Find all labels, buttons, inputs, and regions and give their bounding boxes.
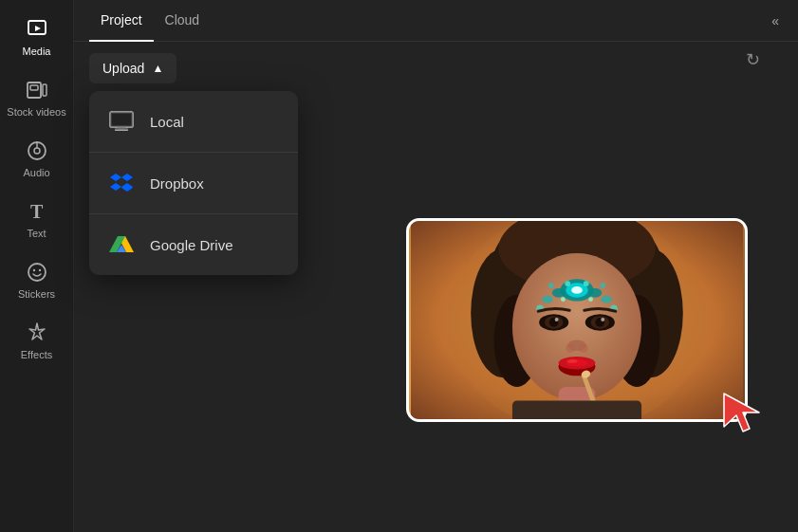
sidebar-item-audio-label: Audio <box>23 167 49 178</box>
svg-rect-16 <box>112 114 131 125</box>
upload-area: Upload ▲ Local <box>74 42 798 95</box>
svg-marker-22 <box>110 183 121 191</box>
sidebar: Media Stock videos Audio T Text <box>0 0 74 532</box>
sidebar-item-effects-label: Effects <box>21 349 52 360</box>
preview-container <box>406 218 757 427</box>
svg-point-44 <box>552 288 566 298</box>
svg-point-54 <box>548 283 554 288</box>
svg-text:T: T <box>30 201 44 222</box>
preview-image <box>406 218 748 422</box>
collapse-panel-button[interactable]: « <box>768 9 783 32</box>
text-icon: T <box>25 199 49 224</box>
sidebar-item-media-label: Media <box>23 46 51 57</box>
google-drive-icon <box>108 231 135 258</box>
svg-marker-74 <box>724 394 759 431</box>
svg-point-66 <box>579 343 588 353</box>
svg-point-50 <box>561 297 566 302</box>
sidebar-item-stickers-label: Stickers <box>18 288 55 300</box>
svg-point-49 <box>584 281 589 286</box>
tab-project[interactable]: Project <box>89 0 154 42</box>
sidebar-item-stock-videos-label: Stock videos <box>7 106 65 118</box>
upload-dropbox-item[interactable]: Dropbox <box>89 153 298 214</box>
sidebar-item-audio[interactable]: Audio <box>3 129 71 188</box>
svg-point-6 <box>34 148 40 154</box>
upload-arrow-icon: ▲ <box>152 62 163 75</box>
svg-rect-73 <box>512 401 641 419</box>
svg-point-59 <box>555 318 559 321</box>
svg-point-70 <box>566 359 578 363</box>
upload-google-drive-label: Google Drive <box>150 237 233 253</box>
svg-point-45 <box>589 288 603 298</box>
dropbox-icon <box>108 170 135 196</box>
svg-point-63 <box>601 318 604 321</box>
refresh-button[interactable]: ↻ <box>746 49 760 70</box>
audio-icon <box>25 138 49 163</box>
sidebar-item-stickers[interactable]: Stickers <box>3 250 71 309</box>
sidebar-item-stock-videos[interactable]: Stock videos <box>3 68 71 127</box>
svg-marker-21 <box>121 174 133 181</box>
svg-point-39 <box>512 253 641 401</box>
svg-point-43 <box>571 286 583 294</box>
stock-videos-icon <box>25 78 49 102</box>
tab-cloud[interactable]: Cloud <box>154 0 212 42</box>
main-panel: Project Cloud « Upload ▲ <box>74 0 798 532</box>
svg-marker-1 <box>35 26 41 31</box>
upload-label: Upload <box>102 61 144 76</box>
svg-marker-24 <box>121 184 133 192</box>
effects-icon <box>25 321 49 345</box>
svg-rect-4 <box>43 84 46 96</box>
svg-marker-20 <box>110 174 121 181</box>
svg-point-9 <box>28 264 46 281</box>
svg-point-10 <box>32 269 34 271</box>
upload-button[interactable]: Upload ▲ <box>89 53 176 83</box>
upload-google-drive-item[interactable]: Google Drive <box>89 214 298 275</box>
svg-point-65 <box>566 343 575 353</box>
upload-dropbox-label: Dropbox <box>150 175 204 192</box>
svg-rect-3 <box>30 85 38 90</box>
upload-local-label: Local <box>150 114 184 130</box>
cursor-arrow-icon <box>719 389 767 436</box>
svg-point-47 <box>601 296 612 303</box>
stickers-icon <box>25 260 49 284</box>
media-icon <box>25 17 49 42</box>
sidebar-item-effects[interactable]: Effects <box>3 311 71 370</box>
sidebar-item-text[interactable]: T Text <box>3 190 71 248</box>
svg-point-48 <box>565 281 570 286</box>
svg-point-51 <box>588 297 593 302</box>
svg-point-55 <box>600 283 605 288</box>
svg-point-46 <box>542 296 553 303</box>
tabs-bar: Project Cloud « <box>74 0 798 42</box>
upload-dropdown: Local Dropbox <box>89 91 298 275</box>
sidebar-item-media[interactable]: Media <box>3 8 71 66</box>
sidebar-item-text-label: Text <box>27 228 46 239</box>
svg-point-11 <box>38 269 40 271</box>
upload-local-item[interactable]: Local <box>89 91 298 153</box>
monitor-icon <box>108 108 135 135</box>
